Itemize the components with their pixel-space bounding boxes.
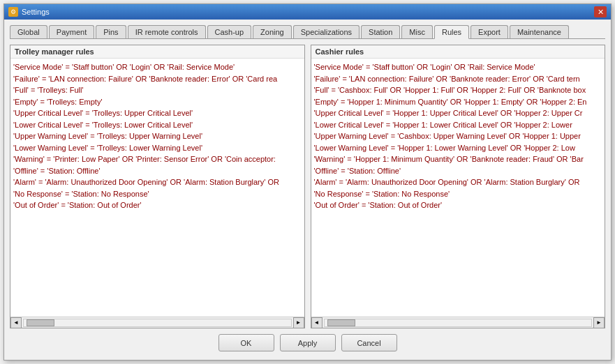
trolley-rule-9: 'Warning' = 'Printer: Low Paper' OR 'Pri…	[13, 153, 302, 165]
cashier-rule-4: 'Empty' = 'Hopper 1: Minimum Quantity' O…	[314, 96, 602, 108]
cashier-rule-9: 'Warning' = 'Hopper 1: Minimum Quantity'…	[314, 153, 602, 165]
window-title: Settings	[22, 8, 594, 16]
cashier-scroll-thumb[interactable]	[327, 319, 355, 326]
cancel-button[interactable]: Cancel	[341, 334, 397, 351]
trolley-rules-panel: Trolley manager rules 'Service Mode' = '…	[10, 45, 305, 328]
title-bar: ⚙ Settings ✕	[4, 4, 611, 20]
cashier-scroll-track[interactable]	[324, 319, 593, 327]
content-area: Global Payment Pins IR remote controls C…	[4, 20, 611, 360]
trolley-rule-5: 'Upper Critical Level' = 'Trolleys: Uppe…	[13, 107, 302, 119]
cashier-rule-13: 'Out of Order' = 'Station: Out of Order'	[314, 199, 602, 211]
tab-maintenance[interactable]: Maintenance	[510, 25, 569, 38]
tab-rules[interactable]: Rules	[434, 25, 469, 39]
trolley-rule-13: 'Out of Order' = 'Station: Out of Order'	[13, 199, 302, 211]
cashier-rule-5: 'Upper Critical Level' = 'Hopper 1: Uppe…	[314, 107, 602, 119]
trolley-rules-list[interactable]: 'Service Mode' = 'Staff button' OR 'Logi…	[10, 59, 304, 317]
cashier-rule-1: 'Service Mode' = 'Staff button' OR 'Logi…	[314, 61, 602, 73]
rules-area: Trolley manager rules 'Service Mode' = '…	[10, 45, 605, 328]
cashier-rule-10: 'Offline' = 'Station: Offline'	[314, 165, 602, 177]
tab-global[interactable]: Global	[10, 25, 47, 38]
tab-cash-up[interactable]: Cash-up	[207, 25, 252, 38]
cashier-rules-list[interactable]: 'Service Mode' = 'Staff button' OR 'Logi…	[311, 59, 605, 317]
tab-misc[interactable]: Misc	[401, 25, 433, 38]
cashier-scroll-left[interactable]: ◄	[311, 317, 323, 328]
tab-payment[interactable]: Payment	[49, 25, 94, 38]
tab-export[interactable]: Export	[470, 25, 508, 38]
cashier-rule-6: 'Lower Critical Level' = 'Hopper 1: Lowe…	[314, 119, 602, 131]
settings-window: ⚙ Settings ✕ Global Payment Pins IR remo…	[3, 3, 612, 361]
trolley-rule-8: 'Lower Warning Level' = 'Trolleys: Lower…	[13, 142, 302, 154]
trolley-rule-4: 'Empty' = 'Trolleys: Empty'	[13, 96, 302, 108]
cashier-rule-3: 'Full' = 'Cashbox: Full' OR 'Hopper 1: F…	[314, 84, 602, 96]
app-icon: ⚙	[8, 7, 18, 17]
footer: OK Apply Cancel	[10, 328, 605, 354]
tab-station[interactable]: Station	[361, 25, 400, 38]
tab-ir-remote-controls[interactable]: IR remote controls	[128, 25, 206, 38]
cashier-rule-12: 'No Response' = 'Station: No Response'	[314, 188, 602, 200]
trolley-rule-12: 'No Response' = 'Station: No Response'	[13, 188, 302, 200]
trolley-rule-6: 'Lower Critical Level' = 'Trolleys: Lowe…	[13, 119, 302, 131]
cashier-rules-panel: Cashier rules 'Service Mode' = 'Staff bu…	[311, 45, 606, 328]
trolley-scroll-track[interactable]	[23, 319, 292, 327]
tab-specializations[interactable]: Specializations	[293, 25, 360, 38]
cashier-rule-8: 'Lower Warning Level' = 'Hopper 1: Lower…	[314, 142, 602, 154]
apply-button[interactable]: Apply	[280, 334, 336, 351]
trolley-scrollbar: ◄ ►	[10, 317, 304, 328]
tab-bar: Global Payment Pins IR remote controls C…	[10, 25, 605, 39]
trolley-panel-title: Trolley manager rules	[10, 45, 304, 59]
cashier-rule-7: 'Upper Warning Level' = 'Cashbox: Upper …	[314, 130, 602, 142]
trolley-scroll-right[interactable]: ►	[293, 317, 304, 328]
tab-zoning[interactable]: Zoning	[253, 25, 292, 38]
cashier-scrollbar: ◄ ►	[311, 317, 605, 328]
tab-pins[interactable]: Pins	[96, 25, 126, 38]
trolley-scroll-left[interactable]: ◄	[10, 317, 22, 328]
cashier-panel-title: Cashier rules	[311, 45, 605, 59]
cashier-rule-2: 'Failure' = 'LAN connection: Failure' OR…	[314, 73, 602, 85]
cashier-scroll-right[interactable]: ►	[593, 317, 605, 328]
trolley-rule-7: 'Upper Warning Level' = 'Trolleys: Upper…	[13, 130, 302, 142]
cashier-rule-11: 'Alarm' = 'Alarm: Unauthorized Door Open…	[314, 176, 602, 188]
trolley-rule-2: 'Failure' = 'LAN connection: Failure' OR…	[13, 73, 302, 85]
trolley-rule-11: 'Alarm' = 'Alarm: Unauthorized Door Open…	[13, 176, 302, 188]
close-button[interactable]: ✕	[594, 6, 607, 17]
trolley-rule-1: 'Service Mode' = 'Staff button' OR 'Logi…	[13, 61, 302, 73]
trolley-scroll-thumb[interactable]	[27, 319, 54, 326]
trolley-rule-3: 'Full' = 'Trolleys: Full'	[13, 84, 302, 96]
trolley-rule-10: 'Offline' = 'Station: Offline'	[13, 165, 302, 177]
ok-button[interactable]: OK	[218, 334, 274, 351]
